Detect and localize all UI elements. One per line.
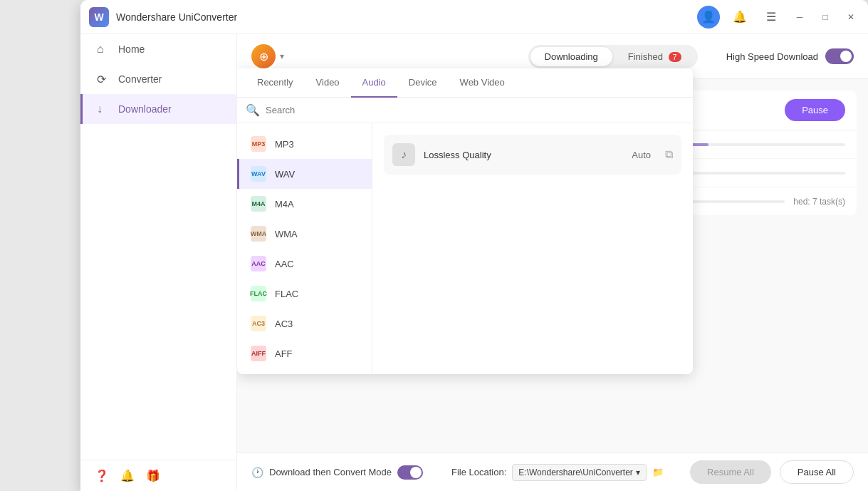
wav-icon: WAV [251, 166, 266, 182]
resume-all-button: Resume All [690, 460, 771, 484]
format-ac3-label: AC3 [275, 319, 293, 329]
format-wma-label: WMA [275, 229, 298, 239]
search-input[interactable] [266, 105, 684, 115]
folder-open-icon[interactable]: 📁 [652, 467, 664, 477]
sidebar-item-downloader-label: Downloader [118, 103, 172, 115]
quality-edit-icon[interactable]: ⧉ [665, 148, 673, 161]
titlebar-icons: 👤 🔔 ☰ ─ □ ✕ [697, 6, 859, 29]
file-location-label: File Location: [451, 467, 506, 477]
format-quality-panel: ♪ Lossless Quality Auto ⧉ [372, 123, 693, 374]
gift-icon[interactable]: 🎁 [146, 469, 160, 482]
minimize-button[interactable]: ─ [791, 9, 808, 26]
file-path-select[interactable]: E:\Wondershare\UniConverter ▾ [512, 464, 647, 481]
m4a-icon: M4A [251, 196, 266, 212]
format-mp3-label: MP3 [275, 139, 294, 150]
high-speed-label: High Speed Download [726, 51, 818, 62]
help-icon[interactable]: ❓ [95, 469, 109, 482]
sidebar-item-converter-label: Converter [118, 73, 162, 85]
app-logo: W [89, 7, 109, 27]
format-mp3[interactable]: MP3 MP3 [237, 129, 372, 159]
file-location: File Location: E:\Wondershare\UniConvert… [451, 464, 664, 481]
format-aiff[interactable]: AIFF AFF [237, 338, 372, 368]
pause-all-button[interactable]: Pause All [780, 460, 854, 484]
format-overlay: Recently Video Audio Device Web Video 🔍 [237, 68, 693, 374]
convert-mode-toggle[interactable] [397, 465, 423, 480]
home-icon: ⌂ [97, 43, 110, 56]
tab-finished[interactable]: Finished 7 [614, 47, 696, 66]
tab-audio[interactable]: Audio [351, 68, 397, 98]
search-icon: 🔍 [246, 103, 260, 117]
bottom-actions: Resume All Pause All [690, 460, 854, 484]
wma-icon: WMA [251, 226, 266, 242]
pause-button[interactable]: Pause [785, 99, 845, 121]
quality-value: Auto [632, 150, 651, 160]
user-icon[interactable]: 👤 [697, 6, 720, 29]
format-wma[interactable]: WMA WMA [237, 219, 372, 249]
quality-item-lossless[interactable]: ♪ Lossless Quality Auto ⧉ [384, 135, 681, 175]
format-search: 🔍 [237, 98, 693, 123]
main-content: ⊕ ▾ Downloading Finished 7 High Speed Do… [237, 34, 868, 491]
format-list: MP3 MP3 WAV WAV M4A M4A WMA [237, 123, 693, 374]
flac-icon: FLAC [251, 286, 266, 301]
mp3-icon: MP3 [251, 136, 266, 152]
sidebar-item-home-label: Home [118, 43, 145, 55]
music-icon: ♪ [392, 143, 415, 166]
sidebar-bottom: ❓ 🔔 🎁 [80, 460, 236, 491]
sidebar-item-converter[interactable]: ⟳ Converter [80, 64, 236, 94]
download-add-icon: ⊕ [251, 44, 276, 68]
notification-icon[interactable]: 🔔 [728, 6, 751, 29]
format-flac[interactable]: FLAC FLAC [237, 279, 372, 309]
converter-icon: ⟳ [97, 73, 110, 86]
aiff-icon: AIFF [251, 346, 266, 361]
high-speed-download: High Speed Download [726, 48, 854, 64]
menu-icon[interactable]: ☰ [760, 6, 783, 29]
chevron-down-icon: ▾ [280, 51, 284, 61]
tab-finished-label: Finished [628, 51, 663, 62]
ac3-icon: AC3 [251, 316, 266, 331]
tab-web-video[interactable]: Web Video [449, 68, 516, 98]
downloader-icon: ↓ [97, 103, 110, 115]
sidebar: ⌂ Home ⟳ Converter ↓ Downloader ❓ 🔔 🎁 [80, 34, 237, 491]
finished-badge: 7 [669, 52, 681, 62]
clock-icon: 🕐 [251, 467, 263, 478]
logo-letter: W [94, 11, 103, 23]
close-button[interactable]: ✕ [842, 9, 859, 26]
tasks-info: hed: 7 task(s) [793, 197, 845, 207]
sidebar-item-downloader[interactable]: ↓ Downloader [80, 94, 236, 124]
quality-label: Lossless Quality [424, 150, 491, 160]
sidebar-item-home[interactable]: ⌂ Home [80, 34, 236, 64]
format-m4a-label: M4A [275, 199, 294, 210]
tab-video[interactable]: Video [305, 68, 351, 98]
format-flac-label: FLAC [275, 289, 298, 299]
tab-device[interactable]: Device [397, 68, 449, 98]
format-wav-label: WAV [275, 169, 295, 180]
maximize-button[interactable]: □ [817, 9, 834, 26]
tab-downloading[interactable]: Downloading [530, 47, 612, 66]
format-aac-label: AAC [275, 259, 294, 269]
convert-mode: 🕐 Download then Convert Mode [251, 465, 423, 480]
format-ac3[interactable]: AC3 AC3 [237, 309, 372, 338]
add-download-button[interactable]: ⊕ ▾ [251, 44, 284, 68]
high-speed-toggle[interactable] [825, 48, 854, 64]
app-body: ⌂ Home ⟳ Converter ↓ Downloader ❓ 🔔 🎁 [80, 34, 868, 491]
format-sidebar: MP3 MP3 WAV WAV M4A M4A WMA [237, 123, 372, 374]
notification-bell-icon[interactable]: 🔔 [120, 469, 135, 482]
format-tabs: Recently Video Audio Device Web Video [237, 68, 693, 98]
app-window: W Wondershare UniConverter 👤 🔔 ☰ ─ □ ✕ ⌂… [80, 0, 868, 491]
app-title: Wondershare UniConverter [116, 11, 697, 23]
format-aac[interactable]: AAC AAC [237, 249, 372, 279]
format-wav[interactable]: WAV WAV [237, 159, 372, 189]
dropdown-chevron-icon: ▾ [636, 467, 640, 477]
download-tab-group: Downloading Finished 7 [528, 45, 698, 68]
file-path-value: E:\Wondershare\UniConverter [518, 467, 633, 477]
aac-icon: AAC [251, 256, 266, 272]
bottom-bar: 🕐 Download then Convert Mode File Locati… [237, 453, 868, 491]
format-m4a[interactable]: M4A M4A [237, 189, 372, 219]
titlebar: W Wondershare UniConverter 👤 🔔 ☰ ─ □ ✕ [80, 0, 868, 34]
tab-recently[interactable]: Recently [246, 68, 305, 98]
convert-mode-label: Download then Convert Mode [269, 467, 392, 477]
format-aiff-label: AFF [275, 348, 293, 359]
